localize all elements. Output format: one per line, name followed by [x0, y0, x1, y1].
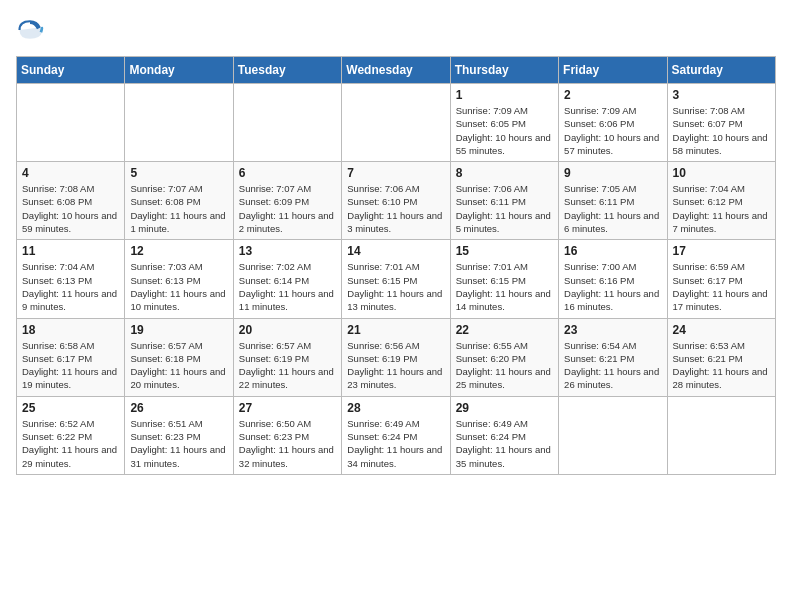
calendar-cell: 1Sunrise: 7:09 AM Sunset: 6:05 PM Daylig… [450, 84, 558, 162]
day-number: 15 [456, 244, 553, 258]
day-number: 29 [456, 401, 553, 415]
day-number: 19 [130, 323, 227, 337]
day-number: 4 [22, 166, 119, 180]
day-info: Sunrise: 6:50 AM Sunset: 6:23 PM Dayligh… [239, 417, 336, 470]
day-info: Sunrise: 7:03 AM Sunset: 6:13 PM Dayligh… [130, 260, 227, 313]
calendar-cell [342, 84, 450, 162]
day-info: Sunrise: 6:59 AM Sunset: 6:17 PM Dayligh… [673, 260, 770, 313]
page-header [16, 16, 776, 44]
calendar-cell [233, 84, 341, 162]
header-saturday: Saturday [667, 57, 775, 84]
header-monday: Monday [125, 57, 233, 84]
calendar-cell: 25Sunrise: 6:52 AM Sunset: 6:22 PM Dayli… [17, 396, 125, 474]
day-info: Sunrise: 6:57 AM Sunset: 6:18 PM Dayligh… [130, 339, 227, 392]
day-number: 1 [456, 88, 553, 102]
day-info: Sunrise: 6:57 AM Sunset: 6:19 PM Dayligh… [239, 339, 336, 392]
calendar-cell: 19Sunrise: 6:57 AM Sunset: 6:18 PM Dayli… [125, 318, 233, 396]
day-number: 2 [564, 88, 661, 102]
header-wednesday: Wednesday [342, 57, 450, 84]
day-number: 25 [22, 401, 119, 415]
day-info: Sunrise: 7:04 AM Sunset: 6:13 PM Dayligh… [22, 260, 119, 313]
day-info: Sunrise: 7:00 AM Sunset: 6:16 PM Dayligh… [564, 260, 661, 313]
calendar-cell: 28Sunrise: 6:49 AM Sunset: 6:24 PM Dayli… [342, 396, 450, 474]
calendar-cell: 7Sunrise: 7:06 AM Sunset: 6:10 PM Daylig… [342, 162, 450, 240]
day-info: Sunrise: 6:55 AM Sunset: 6:20 PM Dayligh… [456, 339, 553, 392]
day-number: 17 [673, 244, 770, 258]
calendar-cell: 11Sunrise: 7:04 AM Sunset: 6:13 PM Dayli… [17, 240, 125, 318]
calendar-cell [125, 84, 233, 162]
calendar-cell: 15Sunrise: 7:01 AM Sunset: 6:15 PM Dayli… [450, 240, 558, 318]
day-info: Sunrise: 6:51 AM Sunset: 6:23 PM Dayligh… [130, 417, 227, 470]
day-info: Sunrise: 6:56 AM Sunset: 6:19 PM Dayligh… [347, 339, 444, 392]
header-tuesday: Tuesday [233, 57, 341, 84]
day-number: 20 [239, 323, 336, 337]
day-number: 27 [239, 401, 336, 415]
calendar-week-row: 18Sunrise: 6:58 AM Sunset: 6:17 PM Dayli… [17, 318, 776, 396]
day-info: Sunrise: 7:09 AM Sunset: 6:05 PM Dayligh… [456, 104, 553, 157]
day-info: Sunrise: 7:09 AM Sunset: 6:06 PM Dayligh… [564, 104, 661, 157]
calendar-cell: 8Sunrise: 7:06 AM Sunset: 6:11 PM Daylig… [450, 162, 558, 240]
day-number: 16 [564, 244, 661, 258]
calendar-cell: 23Sunrise: 6:54 AM Sunset: 6:21 PM Dayli… [559, 318, 667, 396]
day-number: 10 [673, 166, 770, 180]
calendar-cell: 22Sunrise: 6:55 AM Sunset: 6:20 PM Dayli… [450, 318, 558, 396]
day-info: Sunrise: 6:58 AM Sunset: 6:17 PM Dayligh… [22, 339, 119, 392]
calendar-cell: 21Sunrise: 6:56 AM Sunset: 6:19 PM Dayli… [342, 318, 450, 396]
day-number: 22 [456, 323, 553, 337]
day-info: Sunrise: 7:07 AM Sunset: 6:09 PM Dayligh… [239, 182, 336, 235]
calendar-cell: 10Sunrise: 7:04 AM Sunset: 6:12 PM Dayli… [667, 162, 775, 240]
calendar-cell: 17Sunrise: 6:59 AM Sunset: 6:17 PM Dayli… [667, 240, 775, 318]
day-info: Sunrise: 6:53 AM Sunset: 6:21 PM Dayligh… [673, 339, 770, 392]
calendar-cell: 27Sunrise: 6:50 AM Sunset: 6:23 PM Dayli… [233, 396, 341, 474]
day-number: 14 [347, 244, 444, 258]
day-number: 13 [239, 244, 336, 258]
calendar-cell: 9Sunrise: 7:05 AM Sunset: 6:11 PM Daylig… [559, 162, 667, 240]
day-number: 23 [564, 323, 661, 337]
day-info: Sunrise: 7:05 AM Sunset: 6:11 PM Dayligh… [564, 182, 661, 235]
day-info: Sunrise: 7:02 AM Sunset: 6:14 PM Dayligh… [239, 260, 336, 313]
calendar-week-row: 1Sunrise: 7:09 AM Sunset: 6:05 PM Daylig… [17, 84, 776, 162]
day-number: 11 [22, 244, 119, 258]
day-info: Sunrise: 7:07 AM Sunset: 6:08 PM Dayligh… [130, 182, 227, 235]
day-number: 3 [673, 88, 770, 102]
calendar-cell: 2Sunrise: 7:09 AM Sunset: 6:06 PM Daylig… [559, 84, 667, 162]
calendar-week-row: 25Sunrise: 6:52 AM Sunset: 6:22 PM Dayli… [17, 396, 776, 474]
day-info: Sunrise: 7:08 AM Sunset: 6:08 PM Dayligh… [22, 182, 119, 235]
calendar-header-row: SundayMondayTuesdayWednesdayThursdayFrid… [17, 57, 776, 84]
calendar-cell: 14Sunrise: 7:01 AM Sunset: 6:15 PM Dayli… [342, 240, 450, 318]
calendar-cell: 13Sunrise: 7:02 AM Sunset: 6:14 PM Dayli… [233, 240, 341, 318]
logo [16, 16, 48, 44]
day-number: 12 [130, 244, 227, 258]
day-info: Sunrise: 7:06 AM Sunset: 6:10 PM Dayligh… [347, 182, 444, 235]
day-number: 5 [130, 166, 227, 180]
day-info: Sunrise: 6:54 AM Sunset: 6:21 PM Dayligh… [564, 339, 661, 392]
day-number: 21 [347, 323, 444, 337]
day-info: Sunrise: 7:08 AM Sunset: 6:07 PM Dayligh… [673, 104, 770, 157]
calendar-cell [667, 396, 775, 474]
header-sunday: Sunday [17, 57, 125, 84]
calendar-week-row: 11Sunrise: 7:04 AM Sunset: 6:13 PM Dayli… [17, 240, 776, 318]
day-info: Sunrise: 7:01 AM Sunset: 6:15 PM Dayligh… [456, 260, 553, 313]
calendar-week-row: 4Sunrise: 7:08 AM Sunset: 6:08 PM Daylig… [17, 162, 776, 240]
day-info: Sunrise: 6:49 AM Sunset: 6:24 PM Dayligh… [347, 417, 444, 470]
day-info: Sunrise: 7:04 AM Sunset: 6:12 PM Dayligh… [673, 182, 770, 235]
calendar-cell: 26Sunrise: 6:51 AM Sunset: 6:23 PM Dayli… [125, 396, 233, 474]
calendar-cell: 4Sunrise: 7:08 AM Sunset: 6:08 PM Daylig… [17, 162, 125, 240]
calendar-cell: 20Sunrise: 6:57 AM Sunset: 6:19 PM Dayli… [233, 318, 341, 396]
logo-icon [16, 16, 44, 44]
calendar-cell: 18Sunrise: 6:58 AM Sunset: 6:17 PM Dayli… [17, 318, 125, 396]
day-info: Sunrise: 6:52 AM Sunset: 6:22 PM Dayligh… [22, 417, 119, 470]
day-number: 8 [456, 166, 553, 180]
header-friday: Friday [559, 57, 667, 84]
day-number: 28 [347, 401, 444, 415]
day-number: 7 [347, 166, 444, 180]
calendar-cell [559, 396, 667, 474]
day-info: Sunrise: 7:01 AM Sunset: 6:15 PM Dayligh… [347, 260, 444, 313]
header-thursday: Thursday [450, 57, 558, 84]
calendar-cell: 12Sunrise: 7:03 AM Sunset: 6:13 PM Dayli… [125, 240, 233, 318]
day-number: 9 [564, 166, 661, 180]
calendar-table: SundayMondayTuesdayWednesdayThursdayFrid… [16, 56, 776, 475]
calendar-cell: 29Sunrise: 6:49 AM Sunset: 6:24 PM Dayli… [450, 396, 558, 474]
calendar-cell: 6Sunrise: 7:07 AM Sunset: 6:09 PM Daylig… [233, 162, 341, 240]
calendar-cell: 16Sunrise: 7:00 AM Sunset: 6:16 PM Dayli… [559, 240, 667, 318]
